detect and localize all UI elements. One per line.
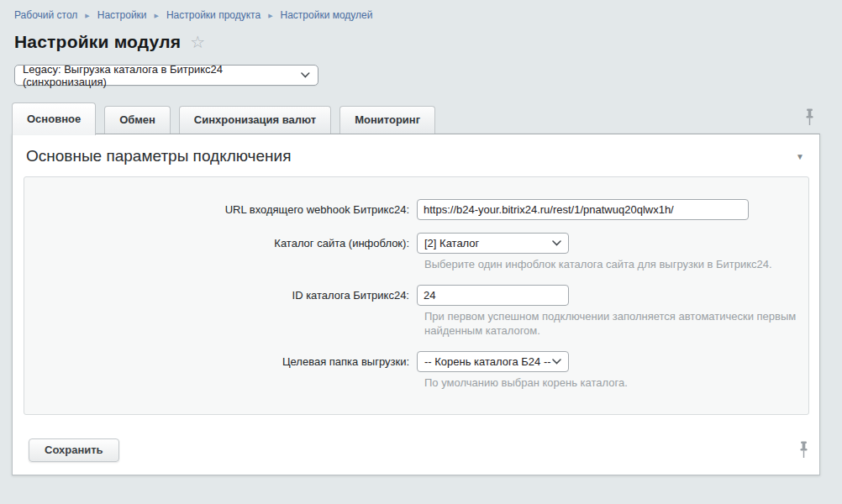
site-catalog-select-value: [2] Каталог (424, 237, 479, 249)
panel-footer: Сохранить (13, 427, 819, 475)
section-title: Основные параметры подключения (26, 147, 291, 165)
title-row: Настройки модуля ☆ (14, 32, 842, 52)
breadcrumb-separator-icon: ▶ (268, 13, 272, 18)
breadcrumb-link-module-settings[interactable]: Настройки модулей (281, 9, 373, 21)
section-header: Основные параметры подключения ▼ (13, 134, 819, 176)
tab-currency-sync[interactable]: Синхронизация валют (179, 106, 331, 134)
field-hint: По умолчанию выбран корень каталога. (424, 376, 808, 391)
pin-icon[interactable] (798, 441, 809, 459)
connection-params-fieldset: URL входящего webhook Битрикс24: Каталог… (24, 176, 809, 415)
field-site-catalog: Каталог сайта (инфоблок): [2] Каталог Вы… (24, 233, 808, 272)
target-folder-select-value: -- Корень каталога Б24 -- (424, 355, 551, 368)
field-label: URL входящего webhook Битрикс24: (24, 199, 417, 220)
module-settings-page: Рабочий стол ▶ Настройки ▶ Настройки про… (0, 0, 842, 504)
chevron-down-icon (301, 72, 310, 78)
tab-main[interactable]: Основное (12, 102, 96, 135)
breadcrumb-link-product-settings[interactable]: Настройки продукта (166, 9, 260, 21)
pin-icon[interactable] (804, 108, 815, 126)
chevron-down-icon (552, 240, 561, 246)
breadcrumb: Рабочий стол ▶ Настройки ▶ Настройки про… (0, 0, 842, 21)
b24-catalog-id-input[interactable] (417, 285, 569, 306)
field-label: Целевая папка выгрузки: (24, 351, 417, 372)
chevron-down-icon (552, 359, 561, 365)
tab-exchange[interactable]: Обмен (104, 106, 171, 134)
tab-bar: Основное Обмен Синхронизация валют Монит… (12, 102, 820, 134)
field-hint: При первом успешном подключении заполняе… (424, 310, 808, 339)
field-label: Каталог сайта (инфоблок): (24, 233, 417, 254)
page-title: Настройки модуля (14, 32, 181, 52)
module-select[interactable]: Legacy: Выгрузка каталога в Битрикс24 (с… (14, 65, 318, 86)
breadcrumb-link-settings[interactable]: Настройки (97, 9, 147, 21)
favorite-star-icon[interactable]: ☆ (190, 34, 205, 50)
settings-panel: Основные параметры подключения ▼ URL вхо… (12, 134, 820, 475)
field-target-folder: Целевая папка выгрузки: -- Корень катало… (24, 351, 808, 391)
save-button[interactable]: Сохранить (29, 438, 119, 462)
breadcrumb-separator-icon: ▶ (85, 13, 89, 18)
tab-monitoring[interactable]: Мониторинг (339, 106, 435, 134)
collapse-triangle-icon[interactable]: ▼ (796, 152, 804, 161)
field-hint: Выберите один инфоблок каталога сайта дл… (424, 258, 808, 272)
field-webhook-url: URL входящего webhook Битрикс24: (24, 199, 808, 220)
webhook-url-input[interactable] (417, 199, 749, 220)
field-label: ID каталога Битрикс24: (24, 285, 417, 306)
breadcrumb-link-desktop[interactable]: Рабочий стол (14, 9, 77, 21)
field-b24-catalog-id: ID каталога Битрикс24: При первом успешн… (24, 285, 808, 339)
breadcrumb-separator-icon: ▶ (155, 13, 159, 18)
target-folder-select[interactable]: -- Корень каталога Б24 -- (417, 351, 569, 372)
site-catalog-select[interactable]: [2] Каталог (417, 233, 569, 254)
module-select-value: Legacy: Выгрузка каталога в Битрикс24 (с… (23, 63, 301, 88)
